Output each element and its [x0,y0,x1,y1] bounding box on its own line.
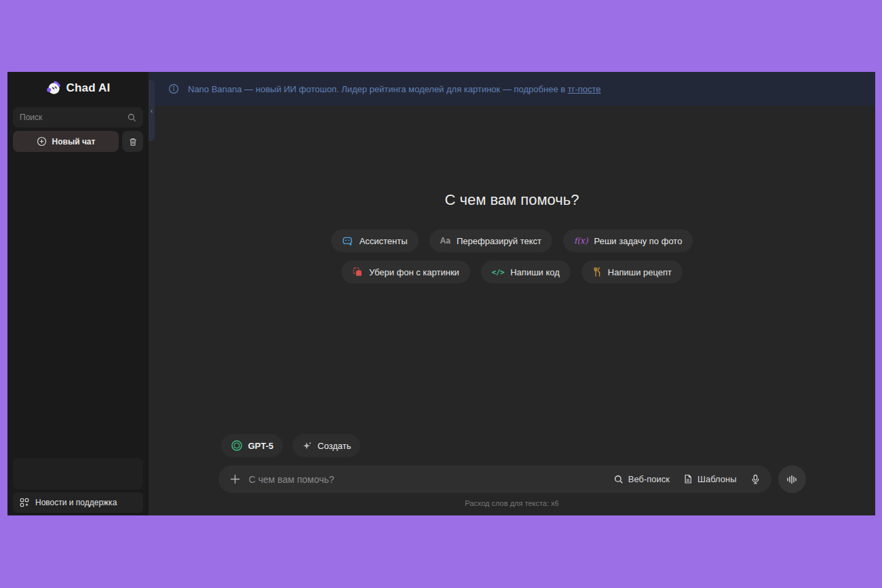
chevron-left-icon: ‹ [151,107,153,115]
sidebar-search [13,107,143,128]
remove-background-icon [352,267,363,277]
gpt-model-icon [231,439,243,452]
welcome-zone: С чем вам помочь? Ассистенты [149,106,875,434]
attach-button[interactable] [229,473,241,485]
trash-icon [128,137,138,146]
voice-mode-button[interactable] [778,465,806,493]
letters-aa-icon: Aa [440,236,450,246]
waveform-icon [786,474,797,485]
plus-circle-icon [37,136,47,146]
suggestion-chips: Ассистенты Aa Перефразируй текст f(x) Ре… [331,229,693,283]
news-support-button[interactable]: Новости и поддержка [13,492,143,513]
code-icon: </> [492,268,504,277]
banner-link[interactable]: тг-посте [568,84,601,94]
chip-paraphrase-text[interactable]: Aa Перефразируй текст [429,229,552,252]
sidebar: Chad AI Новый чат [7,72,149,515]
message-input-bar: Веб-поиск Шаблоны [218,465,771,493]
sidebar-collapse-handle[interactable]: ‹ [149,80,155,141]
page-title: С чем вам помочь? [444,191,579,209]
news-support-label: Новости и поддержка [35,498,117,507]
web-search-icon [614,475,624,484]
main-area: ‹ Nano Banana — новый ИИ фотошоп. Лидер … [149,72,875,515]
microphone-button[interactable] [750,474,761,485]
app-title: Chad AI [66,81,111,95]
search-icon [128,113,136,122]
chip-remove-background[interactable]: Убери фон с картинки [341,260,470,283]
chip-write-recipe[interactable]: Напиши рецепт [581,260,683,283]
app-window: Chad AI Новый чат [7,72,875,515]
chat-list [7,152,149,458]
templates-button[interactable]: Шаблоны [683,474,737,484]
model-selector-button[interactable]: GPT-5 [221,434,284,457]
word-usage-note: Расход слов для текста: х6 [218,499,806,507]
function-fx-icon: f(x) [574,236,588,246]
robot-icon [342,235,353,246]
create-button[interactable]: Создать [292,434,360,457]
app-logo: Chad AI [7,72,149,104]
chip-solve-photo-task[interactable]: f(x) Реши задачу по фото [563,229,693,252]
document-icon [683,474,693,484]
cutlery-icon [592,267,602,277]
sparkle-icon [302,441,312,451]
chad-ai-logo-icon [46,81,61,96]
chip-write-code[interactable]: </> Напиши код [481,260,571,283]
chip-assistants[interactable]: Ассистенты [331,229,419,252]
apps-grid-plus-icon [20,498,29,507]
message-input[interactable] [249,474,606,485]
search-input[interactable] [20,113,122,122]
announcement-banner: Nano Banana — новый ИИ фотошоп. Лидер ре… [149,72,875,106]
banner-message: Nano Banana — новый ИИ фотошоп. Лидер ре… [188,84,601,94]
new-chat-label: Новый чат [52,137,96,146]
web-search-button[interactable]: Веб-поиск [614,474,670,484]
new-chat-button[interactable]: Новый чат [13,131,119,152]
info-icon [168,83,179,94]
composer: GPT-5 Создать [218,434,806,515]
delete-chats-button[interactable] [122,131,143,152]
sidebar-promo-panel [13,458,143,490]
